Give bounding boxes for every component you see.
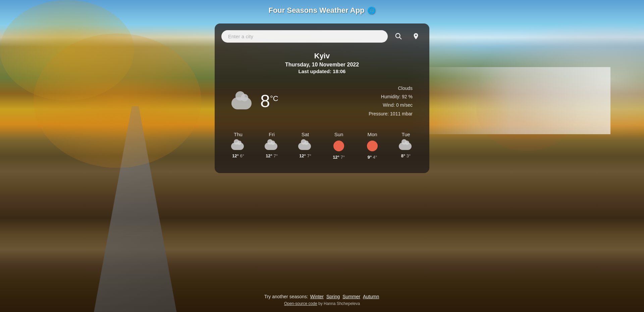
forecast-temps: 12° 7° <box>333 155 345 160</box>
svg-line-1 <box>399 37 401 39</box>
open-source-link[interactable]: Open-source code <box>284 301 317 306</box>
forecast-temps: 12° 7° <box>266 153 278 158</box>
seasons-text: Try another seasons: Winter Spring Summe… <box>0 294 644 299</box>
wind: Wind: 0 m/sec <box>369 101 413 109</box>
pressure: Pressure: 1011 mbar <box>369 110 413 118</box>
temperature-area: 8°C <box>231 92 278 110</box>
search-icon <box>395 33 402 40</box>
forecast-weather-icon <box>231 141 245 150</box>
app-footer: Try another seasons: Winter Spring Summe… <box>0 294 644 312</box>
season-winter[interactable]: Winter <box>310 294 324 299</box>
by-author: by Hanna Shchepeleva <box>317 301 360 306</box>
city-info: Kyiv Thursday, 10 November 2022 Last upd… <box>215 49 429 81</box>
location-icon <box>412 33 420 40</box>
forecast-temps: 9° 4° <box>368 155 377 160</box>
forecast-temps: 12° 7° <box>299 153 311 158</box>
forecast-weather-icon <box>399 141 413 150</box>
current-weather: 8°C Clouds Humidity: 92 % Wind: 0 m/sec … <box>215 81 429 125</box>
season-autumn[interactable]: Autumn <box>363 294 379 299</box>
forecast-day: Mon9° 4° <box>356 128 389 163</box>
last-updated: Last updated: 18:06 <box>221 68 423 74</box>
humidity: Humidity: 92 % <box>369 93 413 101</box>
forecast-day: Sat12° 7° <box>288 128 322 163</box>
season-spring[interactable]: Spring <box>326 294 340 299</box>
forecast-day: Fri12° 7° <box>255 128 288 163</box>
forecast-day: Sun12° 7° <box>322 128 356 163</box>
open-source-text: Open-source code by Hanna Shchepeleva <box>0 301 644 306</box>
temp-unit: °C <box>270 94 278 103</box>
forecast-day: Thu12° 6° <box>221 128 255 163</box>
search-area <box>215 23 429 49</box>
forecast-day-name: Sun <box>334 132 343 137</box>
condition: Clouds <box>369 84 413 93</box>
weather-card: Kyiv Thursday, 10 November 2022 Last upd… <box>215 23 429 173</box>
forecast-day: Tue8° 3° <box>389 128 423 163</box>
forecast-weather-icon <box>265 141 279 150</box>
app-header: Four Seasons Weather App 🌐 <box>0 0 644 15</box>
city-name: Kyiv <box>221 52 423 60</box>
forecast-day-name: Tue <box>401 132 410 137</box>
app-title: Four Seasons Weather App 🌐 <box>268 6 375 15</box>
city-search-input[interactable] <box>221 30 388 43</box>
forecast-day-name: Fri <box>269 132 275 137</box>
city-date: Thursday, 10 November 2022 <box>221 62 423 68</box>
forecast-weather-icon <box>367 141 378 151</box>
forecast-temps: 8° 3° <box>401 153 411 158</box>
forecast-day-name: Thu <box>234 132 243 137</box>
location-button[interactable] <box>409 30 423 43</box>
globe-icon: 🌐 <box>367 6 376 14</box>
forecast-weather-icon <box>298 141 312 150</box>
current-temperature: 8°C <box>260 92 278 110</box>
forecast-weather-icon <box>333 141 344 151</box>
forecast-day-name: Sat <box>302 132 309 137</box>
title-text: Four Seasons Weather App <box>268 6 364 15</box>
forecast-day-name: Mon <box>367 132 377 137</box>
search-button[interactable] <box>392 30 405 43</box>
forecast-grid: Thu12° 6°Fri12° 7°Sat12° 7°Sun12° 7°Mon9… <box>221 128 423 163</box>
seasons-label: Try another seasons: <box>264 294 310 299</box>
season-summer[interactable]: Summer <box>342 294 360 299</box>
forecast-temps: 12° 6° <box>232 153 244 158</box>
current-weather-icon <box>231 93 255 109</box>
forecast-section: Thu12° 6°Fri12° 7°Sat12° 7°Sun12° 7°Mon9… <box>215 125 429 163</box>
weather-details: Clouds Humidity: 92 % Wind: 0 m/sec Pres… <box>369 84 413 118</box>
